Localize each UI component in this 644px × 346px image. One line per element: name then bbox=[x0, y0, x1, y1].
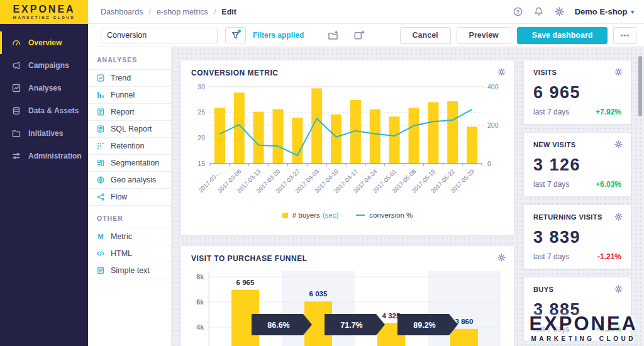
retention-icon bbox=[96, 138, 105, 154]
brand-tagline: MARKETING CLOUD bbox=[13, 16, 75, 20]
sidebar-item-data-assets[interactable]: Data & Assets bbox=[0, 99, 88, 122]
breadcrumb: Dashboards/e-shop metrics/Edit bbox=[101, 8, 236, 16]
database-icon bbox=[11, 99, 21, 122]
help-button[interactable]: ? bbox=[513, 6, 523, 17]
kpi-title: RETURNING VISITS bbox=[533, 213, 621, 221]
settings-button[interactable] bbox=[554, 6, 565, 17]
sidebar-item-analyses[interactable]: Analyses bbox=[0, 77, 88, 99]
chart-icon bbox=[11, 77, 21, 99]
funnel-chart: 8k6k4k6 9656 0354 3253 86086.6%71.7%89.2… bbox=[191, 267, 505, 346]
brand-logo[interactable]: EXPONEA MARKETING CLOUD bbox=[0, 0, 88, 24]
breadcrumb-dashboards[interactable]: Dashboards bbox=[101, 8, 143, 16]
widget-item-segmentation[interactable]: Segmentation bbox=[88, 155, 171, 172]
filter-button[interactable] bbox=[225, 27, 246, 43]
account-menu[interactable]: Demo E-shop ▾ bbox=[575, 7, 634, 16]
widget-item-funnel[interactable]: Funnel bbox=[88, 87, 171, 104]
svg-text:8k: 8k bbox=[196, 273, 204, 281]
breadcrumb-separator: / bbox=[148, 8, 150, 16]
sql-report-icon bbox=[96, 121, 105, 137]
dashboard-name-input[interactable] bbox=[101, 28, 218, 43]
widget-item-sql-report[interactable]: SQL Report bbox=[88, 121, 171, 138]
sidebar-item-label: Initiatives bbox=[28, 129, 63, 138]
sidebar-item-initiatives[interactable]: Initiatives bbox=[0, 122, 88, 145]
sidebar-item-overview[interactable]: Overview bbox=[0, 31, 88, 54]
legend-conversion-label: conversion % bbox=[369, 211, 413, 219]
help-icon: ? bbox=[513, 6, 523, 17]
kpi-value: 3 839 bbox=[533, 228, 621, 247]
add-folder-button[interactable] bbox=[327, 30, 339, 42]
gear-icon bbox=[497, 67, 506, 77]
panel-settings-button[interactable] bbox=[497, 67, 506, 77]
kpi-settings-button[interactable] bbox=[614, 284, 623, 294]
scrollbar-thumb[interactable] bbox=[638, 56, 642, 116]
widget-item-retention[interactable]: Retention bbox=[88, 138, 171, 155]
folder-plus-icon bbox=[327, 30, 339, 42]
kpi-footer: last 7 days+6.03% bbox=[533, 180, 621, 189]
panel-settings-button[interactable] bbox=[497, 253, 506, 262]
kpi-change: -1.21% bbox=[597, 252, 621, 261]
cancel-button[interactable]: Cancel bbox=[400, 27, 451, 44]
widget-item-simple-text[interactable]: Simple text bbox=[88, 262, 171, 279]
kpi-footer: last 7 days-1.21% bbox=[533, 252, 621, 261]
line-swatch-icon bbox=[356, 215, 365, 216]
widget-item-label: HTML bbox=[111, 249, 132, 258]
widget-item-html[interactable]: HTML bbox=[88, 245, 171, 262]
svg-text:400: 400 bbox=[487, 83, 499, 91]
filters-applied-link[interactable]: Filters applied bbox=[253, 31, 304, 40]
sidebar: EXPONEA MARKETING CLOUD OverviewCampaign… bbox=[0, 0, 88, 346]
conversion-metric-panel: CONVERSION METRIC 3025201540020002017-03… bbox=[180, 60, 514, 236]
kpi-card-returning-visits: RETURNING VISITS3 839last 7 days-1.21% bbox=[523, 204, 631, 269]
svg-text:?: ? bbox=[516, 9, 519, 15]
account-name: Demo E-shop bbox=[575, 7, 628, 16]
breadcrumb-edit: Edit bbox=[221, 8, 236, 16]
kpi-period: last 7 days bbox=[533, 180, 569, 189]
html-icon bbox=[96, 245, 105, 262]
segmentation-icon bbox=[96, 155, 105, 171]
kpi-settings-button[interactable] bbox=[614, 67, 623, 77]
svg-text:30: 30 bbox=[197, 83, 205, 91]
kpi-value: 3 126 bbox=[533, 155, 621, 175]
bell-icon bbox=[533, 6, 544, 17]
gear-icon bbox=[497, 253, 506, 262]
save-dashboard-button[interactable]: Save dashboard bbox=[517, 27, 608, 44]
kpi-period: last 7 days bbox=[533, 325, 569, 333]
kpi-settings-button[interactable] bbox=[614, 212, 623, 221]
kpi-change: +3.33% bbox=[596, 325, 621, 333]
widget-item-metric[interactable]: MMetric bbox=[88, 228, 171, 245]
kpi-footer: last 7 days+3.33% bbox=[533, 325, 621, 333]
widget-item-trend[interactable]: Trend bbox=[88, 70, 171, 87]
widget-section-title-other: OTHER bbox=[88, 206, 171, 228]
more-options-button[interactable]: ••• bbox=[613, 27, 636, 44]
legend-buyers-suffix: (sec) bbox=[323, 211, 339, 219]
kpi-period: last 7 days bbox=[533, 108, 569, 116]
svg-text:89.2%: 89.2% bbox=[413, 321, 435, 330]
panel-title: CONVERSION METRIC bbox=[191, 69, 504, 77]
sidebar-item-administration[interactable]: Administration bbox=[0, 145, 88, 167]
kpi-card-visits: VISITS6 965last 7 days+7.92% bbox=[523, 60, 631, 125]
svg-text:6 035: 6 035 bbox=[309, 290, 328, 298]
widget-item-flow[interactable]: Flow bbox=[88, 189, 171, 206]
widget-item-report[interactable]: Report bbox=[88, 104, 171, 121]
kpi-settings-button[interactable] bbox=[614, 140, 623, 149]
sidebar-item-label: Campaigns bbox=[28, 61, 69, 70]
breadcrumb-e-shop-metrics[interactable]: e-shop metrics bbox=[157, 8, 208, 16]
add-widget-button[interactable] bbox=[353, 30, 365, 42]
kpi-change: +7.92% bbox=[596, 108, 621, 116]
simple-text-icon bbox=[96, 262, 105, 279]
widget-item-geo-analysis[interactable]: Geo analysis bbox=[88, 172, 171, 189]
preview-button[interactable]: Preview bbox=[457, 27, 511, 44]
sidebar-nav: OverviewCampaignsAnalysesData & AssetsIn… bbox=[0, 24, 88, 167]
sidebar-item-campaigns[interactable]: Campaigns bbox=[0, 54, 88, 77]
kpi-change: +6.03% bbox=[596, 180, 621, 189]
main-area: Dashboards/e-shop metrics/Edit ? Demo E-… bbox=[88, 0, 644, 346]
notifications-button[interactable] bbox=[533, 6, 544, 17]
panel-title: VISIT TO PURCHASE FUNNEL bbox=[191, 254, 504, 263]
svg-text:86.6%: 86.6% bbox=[267, 321, 289, 330]
export-icon bbox=[353, 30, 365, 42]
widget-item-label: Metric bbox=[111, 232, 132, 241]
funnel-bars-icon bbox=[96, 87, 105, 103]
widget-item-label: Segmentation bbox=[111, 159, 159, 167]
breadcrumb-separator: / bbox=[214, 8, 216, 16]
megaphone-icon bbox=[11, 54, 21, 77]
kpi-period: last 7 days bbox=[533, 252, 569, 261]
